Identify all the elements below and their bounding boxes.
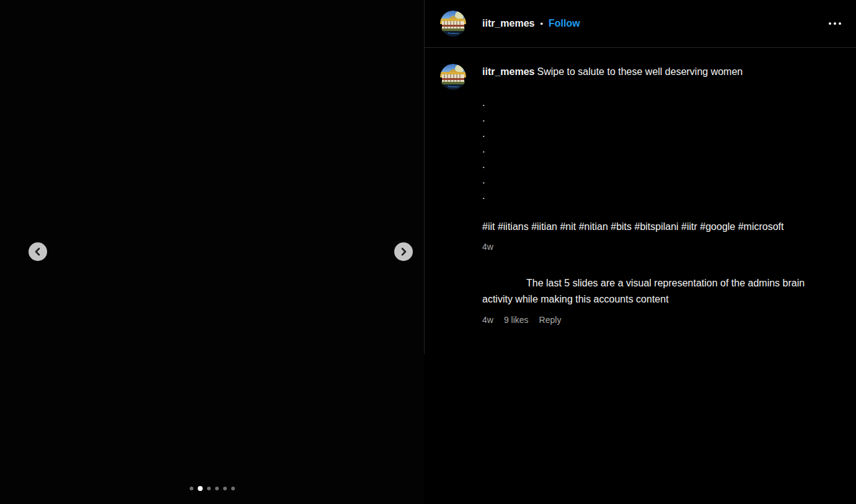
ellipsis-dot (834, 22, 836, 25)
avatar[interactable]: Thomaso (440, 64, 466, 90)
more-options-button[interactable] (826, 17, 844, 30)
carousel-media (0, 0, 424, 504)
post-modal: Thomaso iitr_memes • Follow (0, 0, 856, 504)
caption-timestamp: 4w (482, 242, 820, 252)
ellipsis-dot (839, 22, 841, 25)
comment-likes-count[interactable]: 9 likes (504, 315, 529, 325)
comment-text: The last 5 slides are a visual represent… (482, 275, 820, 307)
caption-line: iitr_memesSwipe to salute to these well … (482, 64, 820, 79)
caption-text: Swipe to salute to these well deserving … (537, 66, 743, 77)
post-header: Thomaso iitr_memes • Follow (425, 0, 856, 48)
carousel-dot[interactable] (190, 487, 193, 490)
username-link[interactable]: iitr_memes (482, 18, 535, 29)
svg-text:Thomaso: Thomaso (448, 32, 459, 35)
carousel-dot[interactable] (223, 487, 227, 490)
comments-scroll-area: Thomaso iitr_memesSwipe to salute to the… (425, 48, 856, 325)
ellipsis-dot (829, 22, 831, 25)
comment-reply-button[interactable]: Reply (539, 315, 562, 325)
carousel-dot-active[interactable] (198, 486, 203, 491)
post-details-panel: Thomaso iitr_memes • Follow (425, 0, 856, 504)
comment-meta-row: 4w 9 likes Reply (482, 315, 841, 325)
carousel-prev-button[interactable] (29, 242, 47, 261)
carousel-next-button[interactable] (394, 242, 413, 261)
caption-hashtags[interactable]: #iit #iitians #iitian #nit #nitian #bits… (482, 219, 820, 234)
chevron-left-icon (33, 247, 42, 256)
dot-separator: • (541, 19, 544, 29)
carousel-dots (0, 486, 424, 491)
carousel-dot[interactable] (231, 487, 235, 490)
carousel-dot[interactable] (215, 487, 219, 490)
caption-row: Thomaso iitr_memesSwipe to salute to the… (440, 64, 841, 252)
follow-button[interactable]: Follow (549, 18, 580, 29)
chevron-right-icon (399, 247, 408, 256)
svg-text:Thomaso: Thomaso (448, 85, 459, 88)
comment: The last 5 slides are a visual represent… (440, 275, 841, 325)
comment-timestamp: 4w (482, 315, 493, 325)
avatar[interactable]: Thomaso (440, 11, 466, 37)
caption-username-link[interactable]: iitr_memes (482, 66, 535, 77)
header-user-row: iitr_memes • Follow (482, 18, 580, 29)
carousel-dot[interactable] (207, 487, 211, 490)
caption-dot-lines: . . . . . . . (482, 95, 820, 203)
caption-text-column: iitr_memesSwipe to salute to these well … (482, 64, 820, 252)
